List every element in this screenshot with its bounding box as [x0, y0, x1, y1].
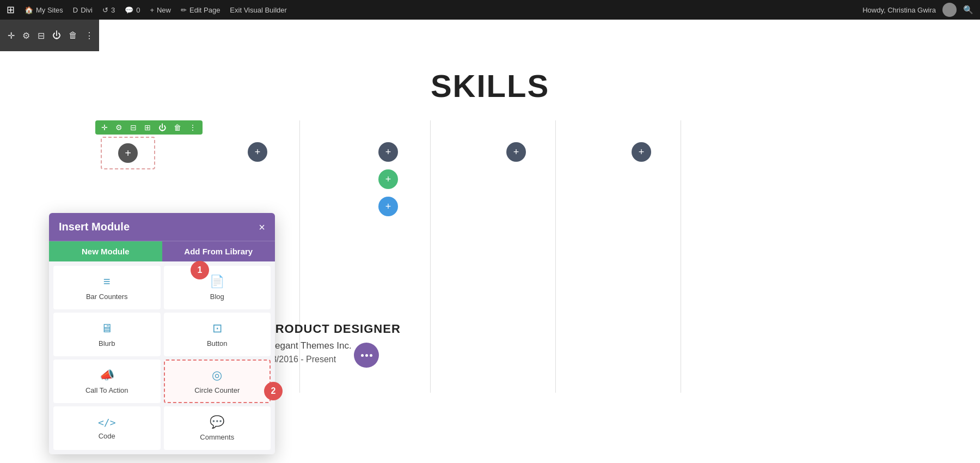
delete-icon[interactable]: 🗑: [69, 31, 77, 40]
wordpress-icon[interactable]: ⊞: [7, 4, 15, 16]
settings-icon[interactable]: ⚙: [22, 31, 30, 41]
main-content: SKILLS ✛ ⚙ ⊟ ⊞ ⏻ 🗑 ⋮ + 1 + + + +: [0, 51, 980, 463]
comments-module-icon: 💬: [210, 415, 224, 429]
three-dot-menu[interactable]: [354, 343, 379, 368]
module-grid: ≡ Bar Counters 📄 Blog 🖥 Blurb: [53, 266, 271, 450]
dot-2: [365, 354, 368, 357]
code-icon: </>: [98, 417, 116, 428]
module-circle-counter[interactable]: ◎ Circle Counter: [164, 360, 271, 403]
col-settings-btn[interactable]: ⚙: [112, 120, 126, 135]
move-icon[interactable]: ✛: [8, 31, 15, 41]
bar-counters-icon: ≡: [103, 275, 111, 289]
comments-link[interactable]: 💬 0: [125, 6, 140, 14]
badge-1: 1: [191, 261, 209, 279]
col-more-btn[interactable]: ⋮: [185, 120, 200, 135]
col-move-btn[interactable]: ✛: [97, 120, 112, 135]
product-section: PRODUCT DESIGNER Elegant Themes Inc. 08/…: [267, 322, 401, 364]
module-bar-counters[interactable]: ≡ Bar Counters: [53, 266, 161, 309]
col-layout-btn[interactable]: ⊞: [140, 120, 155, 135]
exit-visual-builder-link[interactable]: Exit Visual Builder: [230, 6, 287, 14]
admin-bar: ⊞ 🏠 My Sites D Divi ↺ 3 💬 0 + New ✏ Edit…: [0, 0, 980, 20]
power-icon[interactable]: ⏻: [52, 31, 61, 40]
my-sites-link[interactable]: 🏠 My Sites: [24, 6, 63, 14]
module-blurb[interactable]: 🖥 Blurb: [53, 313, 161, 356]
revisions-link[interactable]: ↺ 3: [102, 6, 115, 14]
skills-title: SKILLS: [0, 51, 980, 109]
product-title: PRODUCT DESIGNER: [267, 322, 401, 336]
module-blog[interactable]: 📄 Blog: [164, 266, 271, 309]
panel-header: Insert Module ×: [49, 213, 275, 241]
add-module-btn-2[interactable]: +: [378, 142, 398, 162]
module-code[interactable]: </> Code: [53, 406, 161, 450]
pencil-icon: ✏: [181, 6, 187, 14]
column-toolbar: ✛ ⚙ ⊟ ⊞ ⏻ 🗑 ⋮: [95, 120, 203, 135]
comments-icon: 💬: [125, 6, 133, 14]
howdy-text: Howdy, Christina Gwira: [862, 6, 936, 14]
blurb-icon: 🖥: [101, 321, 113, 336]
edit-page-link[interactable]: ✏ Edit Page: [181, 6, 220, 14]
dot-1: [361, 354, 364, 357]
circle-counter-icon: ◎: [212, 368, 222, 382]
badge-2: 2: [264, 382, 283, 400]
product-date: 08/2016 - Present: [267, 355, 401, 364]
col-delete-btn[interactable]: 🗑: [170, 120, 185, 135]
module-button[interactable]: ⊡ Button: [164, 313, 271, 356]
new-link[interactable]: + New: [150, 6, 171, 14]
divi-link[interactable]: D Divi: [73, 6, 93, 14]
plus-icon: +: [150, 6, 154, 14]
add-row-btn[interactable]: +: [378, 197, 398, 216]
builder-toolbar: ✛ ⚙ ⊟ ⏻ 🗑 ⋮: [0, 20, 99, 51]
panel-tabs: New Module Add From Library: [49, 241, 275, 261]
product-company: Elegant Themes Inc.: [267, 340, 401, 351]
tab-new-module[interactable]: New Module: [49, 241, 162, 261]
more-icon[interactable]: ⋮: [85, 31, 94, 41]
add-module-btn-3[interactable]: +: [506, 142, 526, 162]
selected-cell: +: [101, 137, 155, 169]
clone-icon[interactable]: ⊟: [38, 31, 45, 41]
module-comments[interactable]: 💬 Comments: [164, 406, 271, 450]
add-module-btn-1[interactable]: +: [248, 142, 267, 162]
col-divider-3: [555, 120, 556, 393]
revisions-icon: ↺: [102, 6, 108, 14]
dot-3: [370, 354, 372, 357]
add-module-btn-4[interactable]: +: [632, 142, 651, 162]
panel-title: Insert Module: [59, 221, 130, 233]
blog-icon: 📄: [210, 275, 224, 289]
tab-add-from-library[interactable]: Add From Library: [162, 241, 275, 261]
col-divider-2: [430, 120, 431, 393]
module-call-to-action[interactable]: 📣 Call To Action: [53, 360, 161, 403]
call-to-action-icon: 📣: [100, 368, 114, 382]
button-icon: ⊡: [212, 321, 222, 336]
avatar: [942, 3, 957, 17]
insert-module-panel: Insert Module × New Module Add From Libr…: [49, 213, 275, 454]
col-divider-4: [681, 120, 681, 393]
col-power-btn[interactable]: ⏻: [155, 120, 170, 135]
cell-add-btn[interactable]: +: [118, 143, 138, 163]
sites-icon: 🏠: [24, 6, 33, 14]
panel-body: ≡ Bar Counters 📄 Blog 🖥 Blurb: [49, 261, 275, 454]
col-clone-btn[interactable]: ⊟: [126, 120, 140, 135]
search-icon[interactable]: 🔍: [963, 5, 973, 15]
panel-close-btn[interactable]: ×: [259, 222, 265, 233]
divi-icon: D: [73, 6, 78, 14]
add-section-btn[interactable]: +: [378, 169, 398, 189]
